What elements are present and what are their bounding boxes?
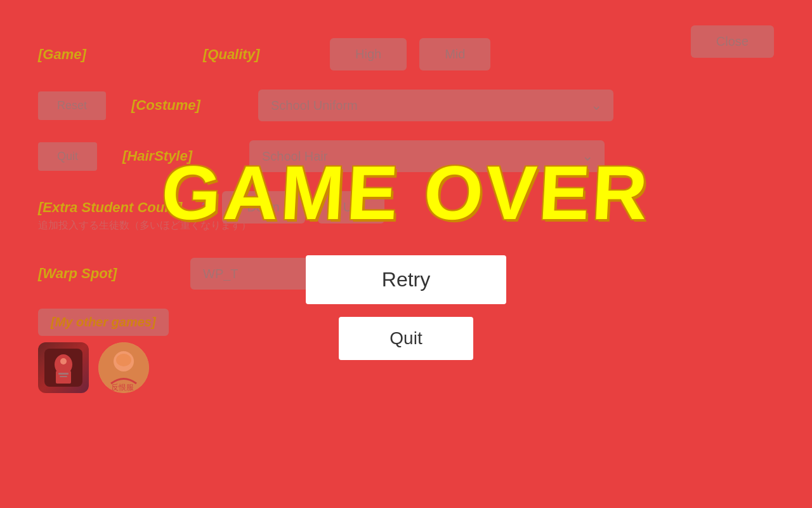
game-icon-1[interactable]: [38, 342, 89, 393]
warp-spot-label: [Warp Spot]: [38, 265, 178, 282]
svg-rect-4: [60, 376, 67, 377]
costume-row: Reset [Costume] School Uniform: [38, 90, 774, 121]
reset-button[interactable]: Reset: [38, 91, 106, 120]
hairstyle-select[interactable]: School Hair: [249, 140, 605, 172]
hairstyle-label: [HairStyle]: [122, 148, 237, 164]
retry-button[interactable]: Retry: [306, 255, 506, 304]
game-label: [Game]: [38, 46, 152, 63]
my-games-label: [My other games]: [51, 315, 156, 329]
close-button[interactable]: Close: [691, 25, 774, 58]
extra-student-label: [Extra Student Count]: [38, 199, 182, 216]
up-button[interactable]: Up: [318, 191, 385, 224]
quality-mid-button[interactable]: Mid: [419, 38, 490, 70]
settings-panel: Close [Game] [Quality] High Mid Reset [C…: [0, 0, 812, 508]
game-icon-2[interactable]: 反恨服: [98, 342, 149, 393]
costume-select-wrapper: School Uniform: [258, 90, 613, 121]
hairstyle-row: Quit [HairStyle] School Hair: [38, 140, 774, 172]
extra-student-subtitle: 追加投入する生徒数（多いほど重くなります）: [38, 219, 251, 232]
quality-row: [Game] [Quality] High Mid: [38, 38, 774, 70]
extra-student-row: [Extra Student Count] 3 Down Up 追加投入する生徒…: [38, 191, 774, 239]
svg-point-5: [60, 358, 67, 364]
costume-label: [Costume]: [131, 97, 246, 114]
quality-label: [Quality]: [203, 46, 317, 63]
svg-rect-3: [58, 373, 69, 375]
costume-select[interactable]: School Uniform: [258, 90, 613, 121]
hairstyle-select-wrapper: School Hair: [249, 140, 605, 172]
svg-point-8: [116, 354, 131, 366]
extra-student-count: 3: [201, 199, 209, 216]
svg-text:反恨服: 反恨服: [111, 383, 134, 392]
game-over-quit-button[interactable]: Quit: [339, 317, 473, 360]
quality-high-button[interactable]: High: [330, 38, 407, 70]
quit-settings-button[interactable]: Quit: [38, 142, 97, 171]
